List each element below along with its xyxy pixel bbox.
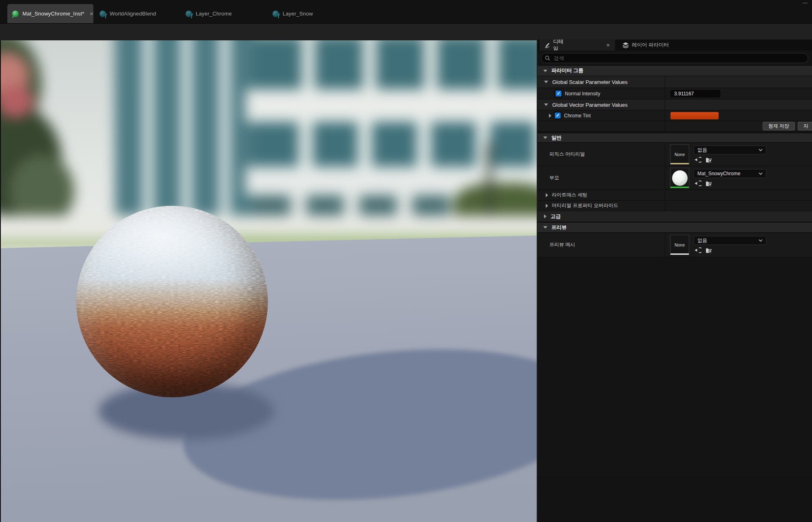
- browse-to-asset-icon[interactable]: [705, 156, 712, 163]
- category-advanced[interactable]: 고급: [538, 211, 812, 222]
- chevron-down-icon[interactable]: [543, 137, 547, 139]
- close-icon[interactable]: ✕: [90, 11, 94, 17]
- tab-label: Layer_Snow: [283, 11, 313, 17]
- category-parameter-groups[interactable]: 파라미터 그룹: [538, 65, 812, 76]
- function-f-glyph: f: [278, 13, 279, 19]
- expander-chevron-right-icon[interactable]: [546, 204, 548, 208]
- thumbnail-underline: [670, 187, 689, 188]
- thumbnail-label: None: [675, 242, 685, 247]
- sphere-noise-texture: [76, 206, 268, 397]
- layers-icon: [622, 42, 629, 48]
- use-selected-asset-icon[interactable]: [694, 180, 701, 187]
- property-label: 라이트매스 세팅: [552, 192, 587, 198]
- property-label: 부모: [549, 174, 559, 181]
- dropdown-value: 없음: [697, 147, 759, 154]
- unreal-material-instance-editor: ✓ Mat_SnowyChrome_Inst* ✕ f WorldAligned…: [0, 0, 812, 522]
- thumbnail-underline: [670, 163, 689, 164]
- row-lightmass-settings[interactable]: 라이트매스 세팅: [538, 190, 812, 200]
- property-label: 머티리얼 프로퍼티 오버라이드: [552, 202, 618, 209]
- tab-layer-parameters[interactable]: 레이어 파라미터: [617, 40, 674, 51]
- details-panel: 디테일 ✕ 레이어 파라미터: [537, 40, 812, 522]
- row-material-property-overrides[interactable]: 머티리얼 프로퍼티 오버라이드: [538, 200, 812, 211]
- search-box[interactable]: [541, 53, 808, 63]
- preview-mesh-thumbnail[interactable]: None: [670, 235, 689, 255]
- group-global-scalar[interactable]: Global Scalar Parameter Values: [538, 76, 812, 88]
- tab-label: 디테일: [553, 38, 568, 52]
- chevron-down-icon[interactable]: [543, 70, 547, 72]
- dropdown-value: Mat_SnowyChrome: [697, 171, 759, 176]
- param-label: Chrome Tint: [564, 113, 591, 119]
- checkbox-chrome-tint[interactable]: ✓: [555, 112, 561, 119]
- material-instance-icon: ✓: [12, 11, 19, 17]
- details-pencil-icon: [544, 42, 551, 48]
- function-f-glyph: f: [191, 13, 192, 19]
- save-partial-button[interactable]: 자: [798, 122, 812, 130]
- row-parent: 부모 Mat_SnowyChrome: [538, 166, 812, 190]
- parent-material-dropdown[interactable]: Mat_SnowyChrome: [694, 169, 766, 178]
- material-function-icon: f: [186, 11, 192, 17]
- close-icon[interactable]: ✕: [606, 42, 610, 48]
- material-function-icon: f: [100, 11, 106, 17]
- category-preview[interactable]: 프리뷰: [538, 222, 812, 233]
- use-selected-asset-icon[interactable]: [694, 156, 701, 163]
- check-glyph: ✓: [556, 113, 560, 118]
- tab-label: Layer_Chrome: [196, 11, 232, 17]
- use-selected-asset-icon[interactable]: [694, 247, 701, 254]
- browse-to-asset-icon[interactable]: [705, 247, 712, 254]
- chevron-down-icon: [759, 172, 763, 175]
- asset-tab-bar: ✓ Mat_SnowyChrome_Inst* ✕ f WorldAligned…: [0, 0, 812, 24]
- physics-material-thumbnail[interactable]: None: [670, 144, 689, 165]
- tab-mat-snowychrome-inst[interactable]: ✓ Mat_SnowyChrome_Inst* ✕: [7, 4, 93, 23]
- save-sibling-button[interactable]: 형제 저장: [763, 122, 795, 130]
- group-label: Global Vector Parameter Values: [552, 102, 628, 108]
- search-input[interactable]: [553, 55, 804, 62]
- group-label: Global Scalar Parameter Values: [552, 79, 628, 85]
- function-f-glyph: f: [105, 13, 106, 19]
- chevron-down-icon[interactable]: [543, 226, 547, 229]
- category-label: 고급: [551, 213, 561, 220]
- tab-worldalignedblend[interactable]: f WorldAlignedBlend: [95, 4, 161, 23]
- toolbar-strip: [0, 24, 812, 41]
- expander-chevron-right-icon[interactable]: [546, 193, 548, 197]
- chevron-down-icon: [759, 149, 763, 151]
- thumbnail-label: None: [675, 152, 685, 157]
- param-row-normal-intensity: ✓ Normal Intensity 3.911167: [538, 88, 812, 99]
- chrome-tint-color-swatch[interactable]: [670, 112, 719, 119]
- row-physics-material: 피직스 머티리얼 None 없음: [538, 143, 812, 166]
- physics-material-dropdown[interactable]: 없음: [694, 145, 766, 154]
- tab-layer-chrome[interactable]: f Layer_Chrome: [181, 4, 237, 23]
- preview-sphere-snowy-chrome[interactable]: [76, 206, 268, 397]
- save-actions-row: 형제 저장 자: [538, 121, 812, 132]
- expander-chevron-right-icon[interactable]: [549, 114, 551, 118]
- category-label: 파라미터 그룹: [551, 67, 583, 74]
- chevron-down-icon[interactable]: [544, 81, 548, 83]
- tab-details[interactable]: 디테일 ✕: [540, 40, 615, 51]
- group-global-vector[interactable]: Global Vector Parameter Values: [538, 99, 812, 110]
- parent-material-thumbnail[interactable]: [670, 168, 689, 188]
- dropdown-value: 없음: [697, 237, 759, 244]
- property-label: 피직스 머티리얼: [549, 151, 585, 158]
- param-label: Normal Intensity: [565, 91, 600, 97]
- tab-layer-snow[interactable]: f Layer_Snow: [268, 4, 318, 23]
- panel-empty-area: [538, 257, 812, 477]
- search-icon: [545, 55, 550, 61]
- category-general[interactable]: 일반: [538, 133, 812, 143]
- tab-label: 레이어 파라미터: [632, 42, 669, 48]
- parent-sphere-thumbnail: [672, 170, 688, 186]
- normal-intensity-value-input[interactable]: 3.911167: [670, 90, 720, 97]
- preview-mesh-dropdown[interactable]: 없음: [694, 236, 766, 245]
- thumbnail-underline: [670, 253, 689, 255]
- property-label: 프리뷰 메시: [549, 241, 575, 248]
- details-search-row: [538, 51, 812, 65]
- category-label: 프리뷰: [551, 224, 567, 231]
- expander-chevron-right-icon[interactable]: [544, 214, 546, 218]
- browse-to-asset-icon[interactable]: [705, 180, 712, 187]
- category-label: 일반: [551, 134, 562, 141]
- checkbox-normal-intensity[interactable]: ✓: [555, 90, 562, 97]
- material-preview-viewport[interactable]: [0, 40, 537, 522]
- material-function-icon: f: [272, 11, 279, 17]
- chevron-down-icon[interactable]: [544, 104, 548, 106]
- chevron-down-icon: [759, 239, 763, 242]
- minimize-icon[interactable]: —: [803, 0, 808, 6]
- param-row-chrome-tint: ✓ Chrome Tint: [538, 110, 812, 121]
